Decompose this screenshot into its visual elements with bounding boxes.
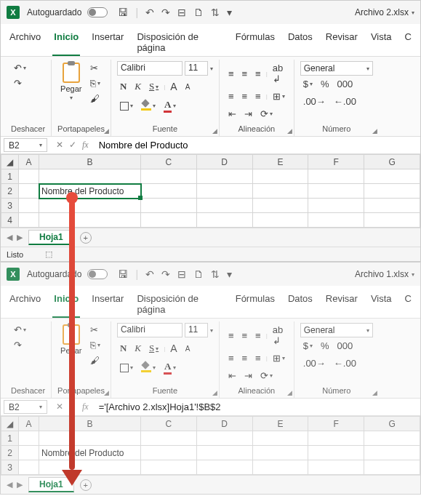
new-sheet-button[interactable]: +	[80, 232, 92, 244]
row-header-4[interactable]: 4	[1, 213, 19, 228]
enter-formula-icon[interactable]: ✓	[69, 401, 76, 412]
shrink-font-button[interactable]: A	[183, 81, 193, 92]
align-expand-icon[interactable]: ◢	[287, 127, 292, 135]
tab-datos[interactable]: Datos	[286, 290, 314, 318]
tab-revisar[interactable]: Revisar	[324, 290, 359, 318]
col-header-e[interactable]: E	[252, 417, 308, 431]
comma-button[interactable]: 000	[334, 339, 356, 353]
italic-button[interactable]: K	[132, 341, 144, 356]
decrease-indent-button[interactable]: ⇤	[225, 369, 239, 383]
fx-icon[interactable]: fx	[82, 401, 89, 412]
align-middle-button[interactable]: ≡	[239, 67, 251, 81]
col-header-g[interactable]: G	[364, 417, 420, 431]
tab-archivo[interactable]: Archivo	[8, 290, 42, 318]
decrease-indent-button[interactable]: ⇤	[225, 107, 239, 121]
bold-button[interactable]: N	[117, 341, 129, 356]
copy-button[interactable]: ⎘▾	[87, 338, 103, 352]
redo-button[interactable]: ↷	[11, 338, 25, 352]
new-sheet-button[interactable]: +	[80, 479, 92, 491]
tab-insertar[interactable]: Insertar	[90, 28, 125, 56]
select-all-corner[interactable]: ◢	[1, 417, 19, 431]
paste-button[interactable]: Pegar ▾	[57, 61, 84, 103]
formula-input[interactable]	[95, 400, 420, 414]
cancel-formula-icon[interactable]: ✕	[56, 140, 63, 151]
tab-formulas[interactable]: Fórmulas	[234, 28, 276, 56]
align-bottom-button[interactable]: ≡	[252, 329, 264, 343]
underline-button[interactable]: S▾	[146, 79, 161, 94]
grow-font-button[interactable]: A	[167, 79, 180, 94]
row-header-3[interactable]: 3	[1, 199, 19, 213]
align-center-button[interactable]: ≡	[239, 351, 251, 365]
cell-b2[interactable]: Nombre del Producto	[39, 184, 141, 199]
align-middle-button[interactable]: ≡	[239, 329, 251, 343]
align-top-button[interactable]: ≡	[225, 67, 237, 81]
align-top-button[interactable]: ≡	[225, 329, 237, 343]
align-right-button[interactable]: ≡	[252, 351, 264, 365]
orientation-button[interactable]: ⟳▾	[257, 369, 276, 383]
fx-icon[interactable]: fx	[82, 140, 89, 151]
row-header-1[interactable]: 1	[1, 431, 19, 446]
currency-button[interactable]: $▾	[300, 77, 316, 91]
qat-more-icon[interactable]: ▾	[227, 268, 232, 280]
col-header-c[interactable]: C	[141, 155, 197, 169]
font-color-button[interactable]: A▾	[161, 97, 179, 114]
decrease-decimal-button[interactable]: ←.00	[331, 95, 359, 108]
name-box[interactable]: B2▾	[4, 138, 47, 152]
bold-button[interactable]: N	[117, 79, 129, 94]
align-right-button[interactable]: ≡	[252, 89, 264, 103]
select-all-corner[interactable]: ◢	[1, 155, 19, 169]
tab-formulas[interactable]: Fórmulas	[234, 290, 276, 318]
number-expand-icon[interactable]: ◢	[372, 389, 377, 396]
align-bottom-button[interactable]: ≡	[252, 67, 264, 81]
row-header-2[interactable]: 2	[1, 184, 19, 199]
col-header-a[interactable]: A	[19, 417, 39, 431]
col-header-g[interactable]: G	[364, 155, 420, 169]
redo-icon[interactable]: ↷	[161, 268, 170, 280]
save-icon[interactable]: 🖫	[118, 268, 128, 280]
tab-inicio[interactable]: Inicio	[52, 28, 80, 56]
italic-button[interactable]: K	[132, 79, 144, 94]
font-size-select[interactable]: 11	[185, 323, 208, 337]
wrap-text-button[interactable]: ab↲	[270, 61, 286, 86]
undo-icon[interactable]: ↶	[145, 7, 154, 18]
paste-button[interactable]: Pegar ▾	[57, 323, 84, 364]
font-size-select[interactable]: 11	[185, 61, 208, 76]
wrap-text-button[interactable]: ab↲	[270, 323, 286, 348]
clipboard-expand-icon[interactable]: ◢	[104, 389, 109, 396]
tab-revisar[interactable]: Revisar	[324, 28, 359, 56]
sheet-nav-next-icon[interactable]: ▶	[17, 480, 23, 489]
tab-disposicion[interactable]: Disposición de página	[135, 28, 223, 56]
font-name-select[interactable]: Calibri	[117, 323, 183, 337]
save-icon[interactable]: 🖫	[118, 7, 128, 18]
col-header-b[interactable]: B	[39, 155, 141, 169]
currency-button[interactable]: $▾	[300, 339, 316, 353]
comma-button[interactable]: 000	[334, 77, 356, 91]
sheet-grid[interactable]: ◢ A B C D E F G 1 2 Nombre del Producto …	[1, 416, 420, 475]
row-header-2[interactable]: 2	[1, 446, 19, 460]
sheet-tab-hoja1[interactable]: Hoja1	[28, 477, 74, 492]
align-expand-icon[interactable]: ◢	[287, 389, 292, 396]
number-format-select[interactable]: General▾	[300, 323, 373, 337]
print-preview-icon[interactable]: 🗋	[193, 7, 204, 18]
sheet-nav-next-icon[interactable]: ▶	[17, 233, 23, 242]
cell-b2[interactable]: Nombre del Producto	[39, 446, 141, 460]
copy-button[interactable]: ⎘▾	[87, 76, 103, 90]
cut-button[interactable]: ✂	[87, 61, 103, 75]
col-header-a[interactable]: A	[19, 155, 39, 169]
font-name-select[interactable]: Calibri	[117, 61, 183, 76]
border-button[interactable]: ▾	[117, 100, 136, 112]
col-header-d[interactable]: D	[196, 417, 252, 431]
sheet-nav-prev-icon[interactable]: ◀	[7, 480, 12, 489]
decrease-decimal-button[interactable]: ←.00	[331, 356, 359, 370]
name-box[interactable]: B2▾	[4, 400, 47, 414]
col-header-d[interactable]: D	[196, 155, 252, 169]
col-header-c[interactable]: C	[141, 417, 197, 431]
underline-button[interactable]: S▾	[146, 341, 161, 356]
align-center-button[interactable]: ≡	[239, 89, 251, 103]
font-expand-icon[interactable]: ◢	[212, 389, 217, 396]
print-preview-icon[interactable]: 🗋	[193, 268, 204, 280]
format-painter-button[interactable]: 🖌	[87, 92, 103, 105]
percent-button[interactable]: %	[318, 77, 332, 91]
shrink-font-button[interactable]: A	[183, 343, 193, 354]
sheet-nav-prev-icon[interactable]: ◀	[7, 233, 12, 242]
